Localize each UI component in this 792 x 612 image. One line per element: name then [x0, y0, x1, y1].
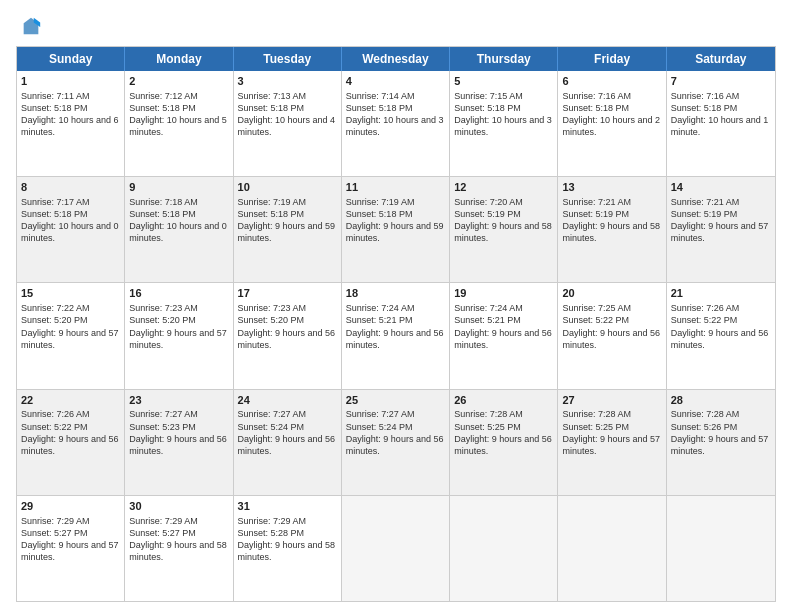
day-number: 1 — [21, 74, 120, 89]
day-number: 29 — [21, 499, 120, 514]
weekday-header: Monday — [125, 47, 233, 71]
calendar-row: 8Sunrise: 7:17 AMSunset: 5:18 PMDaylight… — [17, 177, 775, 283]
day-info: Sunrise: 7:27 AMSunset: 5:23 PMDaylight:… — [129, 409, 227, 455]
day-number: 9 — [129, 180, 228, 195]
calendar-cell: 1Sunrise: 7:11 AMSunset: 5:18 PMDaylight… — [17, 71, 125, 176]
calendar-cell: 12Sunrise: 7:20 AMSunset: 5:19 PMDayligh… — [450, 177, 558, 282]
day-info: Sunrise: 7:14 AMSunset: 5:18 PMDaylight:… — [346, 91, 444, 137]
day-number: 8 — [21, 180, 120, 195]
calendar-cell: 11Sunrise: 7:19 AMSunset: 5:18 PMDayligh… — [342, 177, 450, 282]
day-number: 10 — [238, 180, 337, 195]
day-number: 14 — [671, 180, 771, 195]
day-number: 30 — [129, 499, 228, 514]
calendar-cell: 31Sunrise: 7:29 AMSunset: 5:28 PMDayligh… — [234, 496, 342, 601]
day-info: Sunrise: 7:11 AMSunset: 5:18 PMDaylight:… — [21, 91, 119, 137]
day-info: Sunrise: 7:21 AMSunset: 5:19 PMDaylight:… — [671, 197, 769, 243]
weekday-header: Thursday — [450, 47, 558, 71]
calendar-cell: 7Sunrise: 7:16 AMSunset: 5:18 PMDaylight… — [667, 71, 775, 176]
logo-icon — [20, 16, 42, 38]
day-info: Sunrise: 7:26 AMSunset: 5:22 PMDaylight:… — [671, 303, 769, 349]
day-info: Sunrise: 7:16 AMSunset: 5:18 PMDaylight:… — [671, 91, 769, 137]
calendar-row: 1Sunrise: 7:11 AMSunset: 5:18 PMDaylight… — [17, 71, 775, 177]
logo-area — [16, 16, 44, 38]
calendar-cell — [667, 496, 775, 601]
calendar-cell: 8Sunrise: 7:17 AMSunset: 5:18 PMDaylight… — [17, 177, 125, 282]
day-info: Sunrise: 7:15 AMSunset: 5:18 PMDaylight:… — [454, 91, 552, 137]
calendar-cell: 6Sunrise: 7:16 AMSunset: 5:18 PMDaylight… — [558, 71, 666, 176]
calendar-cell: 15Sunrise: 7:22 AMSunset: 5:20 PMDayligh… — [17, 283, 125, 388]
day-number: 11 — [346, 180, 445, 195]
day-info: Sunrise: 7:29 AMSunset: 5:27 PMDaylight:… — [129, 516, 227, 562]
day-number: 15 — [21, 286, 120, 301]
calendar: SundayMondayTuesdayWednesdayThursdayFrid… — [16, 46, 776, 602]
calendar-cell: 4Sunrise: 7:14 AMSunset: 5:18 PMDaylight… — [342, 71, 450, 176]
calendar-cell: 22Sunrise: 7:26 AMSunset: 5:22 PMDayligh… — [17, 390, 125, 495]
day-number: 21 — [671, 286, 771, 301]
day-info: Sunrise: 7:24 AMSunset: 5:21 PMDaylight:… — [454, 303, 552, 349]
calendar-cell: 3Sunrise: 7:13 AMSunset: 5:18 PMDaylight… — [234, 71, 342, 176]
day-info: Sunrise: 7:18 AMSunset: 5:18 PMDaylight:… — [129, 197, 227, 243]
calendar-cell: 14Sunrise: 7:21 AMSunset: 5:19 PMDayligh… — [667, 177, 775, 282]
day-number: 18 — [346, 286, 445, 301]
calendar-cell: 18Sunrise: 7:24 AMSunset: 5:21 PMDayligh… — [342, 283, 450, 388]
day-info: Sunrise: 7:27 AMSunset: 5:24 PMDaylight:… — [238, 409, 336, 455]
day-info: Sunrise: 7:25 AMSunset: 5:22 PMDaylight:… — [562, 303, 660, 349]
day-info: Sunrise: 7:23 AMSunset: 5:20 PMDaylight:… — [238, 303, 336, 349]
page: SundayMondayTuesdayWednesdayThursdayFrid… — [0, 0, 792, 612]
calendar-cell: 5Sunrise: 7:15 AMSunset: 5:18 PMDaylight… — [450, 71, 558, 176]
day-info: Sunrise: 7:13 AMSunset: 5:18 PMDaylight:… — [238, 91, 336, 137]
calendar-cell — [342, 496, 450, 601]
day-info: Sunrise: 7:23 AMSunset: 5:20 PMDaylight:… — [129, 303, 227, 349]
day-info: Sunrise: 7:29 AMSunset: 5:28 PMDaylight:… — [238, 516, 336, 562]
calendar-body: 1Sunrise: 7:11 AMSunset: 5:18 PMDaylight… — [17, 71, 775, 601]
calendar-row: 29Sunrise: 7:29 AMSunset: 5:27 PMDayligh… — [17, 496, 775, 601]
day-info: Sunrise: 7:21 AMSunset: 5:19 PMDaylight:… — [562, 197, 660, 243]
day-number: 5 — [454, 74, 553, 89]
calendar-cell: 26Sunrise: 7:28 AMSunset: 5:25 PMDayligh… — [450, 390, 558, 495]
weekday-header: Saturday — [667, 47, 775, 71]
day-number: 7 — [671, 74, 771, 89]
calendar-cell: 10Sunrise: 7:19 AMSunset: 5:18 PMDayligh… — [234, 177, 342, 282]
calendar-cell: 9Sunrise: 7:18 AMSunset: 5:18 PMDaylight… — [125, 177, 233, 282]
day-number: 12 — [454, 180, 553, 195]
weekday-header: Tuesday — [234, 47, 342, 71]
calendar-cell: 30Sunrise: 7:29 AMSunset: 5:27 PMDayligh… — [125, 496, 233, 601]
calendar-header: SundayMondayTuesdayWednesdayThursdayFrid… — [17, 47, 775, 71]
day-number: 27 — [562, 393, 661, 408]
calendar-cell: 25Sunrise: 7:27 AMSunset: 5:24 PMDayligh… — [342, 390, 450, 495]
logo — [16, 16, 44, 38]
day-info: Sunrise: 7:17 AMSunset: 5:18 PMDaylight:… — [21, 197, 119, 243]
day-info: Sunrise: 7:28 AMSunset: 5:25 PMDaylight:… — [562, 409, 660, 455]
day-number: 4 — [346, 74, 445, 89]
calendar-cell: 16Sunrise: 7:23 AMSunset: 5:20 PMDayligh… — [125, 283, 233, 388]
calendar-cell: 17Sunrise: 7:23 AMSunset: 5:20 PMDayligh… — [234, 283, 342, 388]
calendar-cell: 29Sunrise: 7:29 AMSunset: 5:27 PMDayligh… — [17, 496, 125, 601]
calendar-cell: 27Sunrise: 7:28 AMSunset: 5:25 PMDayligh… — [558, 390, 666, 495]
calendar-row: 22Sunrise: 7:26 AMSunset: 5:22 PMDayligh… — [17, 390, 775, 496]
day-number: 19 — [454, 286, 553, 301]
day-info: Sunrise: 7:29 AMSunset: 5:27 PMDaylight:… — [21, 516, 119, 562]
day-number: 22 — [21, 393, 120, 408]
day-number: 2 — [129, 74, 228, 89]
weekday-header: Friday — [558, 47, 666, 71]
day-number: 23 — [129, 393, 228, 408]
calendar-cell: 28Sunrise: 7:28 AMSunset: 5:26 PMDayligh… — [667, 390, 775, 495]
day-info: Sunrise: 7:28 AMSunset: 5:26 PMDaylight:… — [671, 409, 769, 455]
day-number: 28 — [671, 393, 771, 408]
day-number: 31 — [238, 499, 337, 514]
day-number: 17 — [238, 286, 337, 301]
day-number: 20 — [562, 286, 661, 301]
day-number: 6 — [562, 74, 661, 89]
calendar-cell: 21Sunrise: 7:26 AMSunset: 5:22 PMDayligh… — [667, 283, 775, 388]
day-info: Sunrise: 7:27 AMSunset: 5:24 PMDaylight:… — [346, 409, 444, 455]
calendar-row: 15Sunrise: 7:22 AMSunset: 5:20 PMDayligh… — [17, 283, 775, 389]
day-number: 3 — [238, 74, 337, 89]
day-info: Sunrise: 7:20 AMSunset: 5:19 PMDaylight:… — [454, 197, 552, 243]
day-number: 25 — [346, 393, 445, 408]
day-info: Sunrise: 7:19 AMSunset: 5:18 PMDaylight:… — [238, 197, 336, 243]
day-info: Sunrise: 7:26 AMSunset: 5:22 PMDaylight:… — [21, 409, 119, 455]
day-number: 26 — [454, 393, 553, 408]
calendar-cell: 13Sunrise: 7:21 AMSunset: 5:19 PMDayligh… — [558, 177, 666, 282]
calendar-cell: 2Sunrise: 7:12 AMSunset: 5:18 PMDaylight… — [125, 71, 233, 176]
weekday-header: Sunday — [17, 47, 125, 71]
